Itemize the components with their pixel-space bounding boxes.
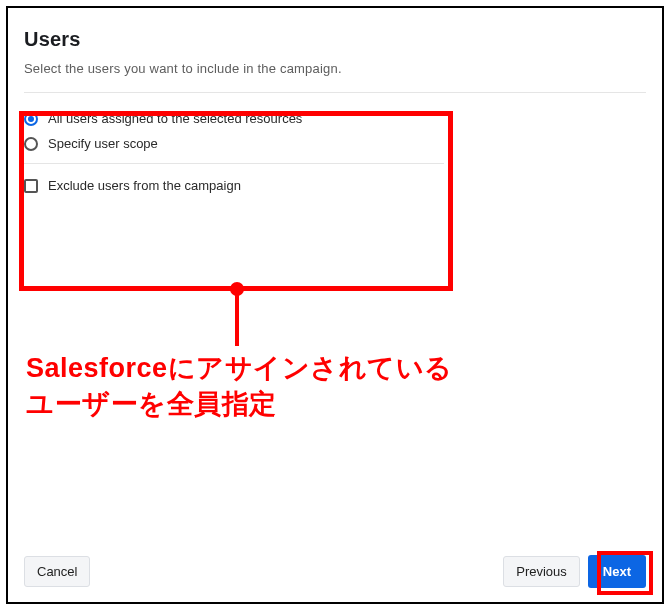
cancel-button[interactable]: Cancel bbox=[24, 556, 90, 587]
checkbox-label: Exclude users from the campaign bbox=[48, 178, 241, 193]
radio-label: Specify user scope bbox=[48, 136, 158, 151]
annotation-connector-dot bbox=[230, 282, 244, 296]
page-subtitle: Select the users you want to include in … bbox=[24, 61, 646, 76]
checkbox-icon bbox=[24, 179, 38, 193]
dialog-footer: Cancel Previous Next bbox=[24, 555, 646, 588]
dialog-frame: Users Select the users you want to inclu… bbox=[6, 6, 664, 604]
checkbox-exclude-users[interactable]: Exclude users from the campaign bbox=[24, 178, 646, 193]
page-title: Users bbox=[24, 28, 646, 51]
radio-icon bbox=[24, 112, 38, 126]
previous-button[interactable]: Previous bbox=[503, 556, 580, 587]
divider bbox=[24, 163, 444, 164]
annotation-connector-line bbox=[235, 292, 239, 346]
next-button[interactable]: Next bbox=[588, 555, 646, 588]
annotation-text: Salesforceにアサインされている ユーザーを全員指定 bbox=[26, 350, 453, 423]
divider bbox=[24, 92, 646, 93]
radio-specify-scope[interactable]: Specify user scope bbox=[24, 136, 646, 151]
radio-icon bbox=[24, 137, 38, 151]
radio-all-users[interactable]: All users assigned to the selected resou… bbox=[24, 111, 646, 126]
dialog-content: Users Select the users you want to inclu… bbox=[24, 28, 646, 203]
radio-label: All users assigned to the selected resou… bbox=[48, 111, 302, 126]
user-scope-options: All users assigned to the selected resou… bbox=[24, 111, 646, 193]
